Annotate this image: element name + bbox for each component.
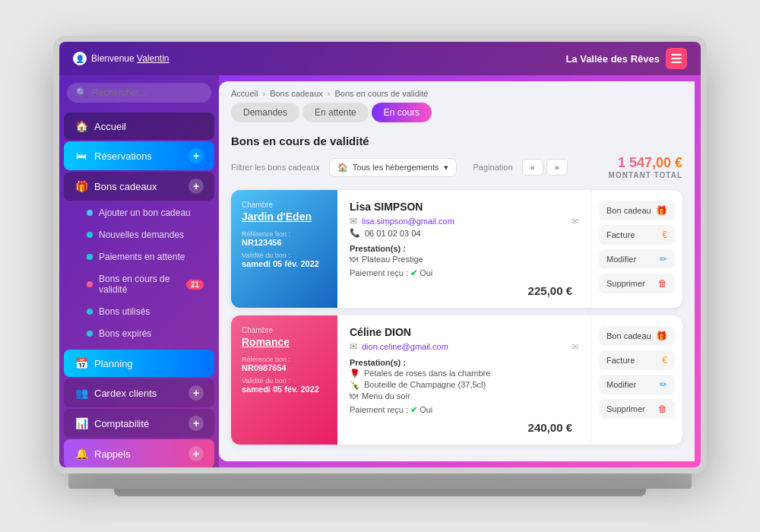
envelope-action-icon[interactable]: ✉ <box>572 217 578 226</box>
bon-cadeau-button[interactable]: Bon cadeau 🎁 <box>599 201 675 220</box>
sub-item-paiements[interactable]: Paiements en attente <box>71 246 214 268</box>
top-bar-left: 👤 Bienvenue Valentin <box>73 52 169 65</box>
rappels-add-button[interactable]: + <box>188 446 204 461</box>
sub-item-nouvelles-demandes[interactable]: Nouvelles demandes <box>71 224 214 245</box>
trash-action-icon: 🗑 <box>658 404 667 414</box>
envelope-action-icon[interactable]: ✉ <box>572 342 578 352</box>
sidebar-item-rappels[interactable]: 🔔 Rappels + <box>64 439 214 467</box>
next-page-button[interactable]: » <box>546 159 568 176</box>
users-icon: 👥 <box>74 386 88 400</box>
card-validity-value: samedi 05 fév. 2022 <box>242 259 327 268</box>
tab-demandes[interactable]: Demandes <box>231 103 299 122</box>
bell-icon: 🔔 <box>74 447 88 461</box>
action-label: Modifier <box>606 255 636 264</box>
content-title: Bons en cours de validité <box>219 128 695 150</box>
facture-button[interactable]: Facture € <box>599 225 675 245</box>
tabs-row: Demandes En attente En cours <box>219 103 695 128</box>
mail-icon: ✉ <box>350 216 357 226</box>
card-actions-panel: Bon cadeau 🎁 Facture € Modifier ✏ <box>591 190 682 308</box>
bon-cadeau-button[interactable]: Bon cadeau 🎁 <box>599 326 675 346</box>
supprimer-button[interactable]: Supprimer 🗑 <box>599 274 675 293</box>
card-prestation-row: Prestation(s) : 🌹 Pétales de roses dans … <box>350 358 578 401</box>
modifier-button[interactable]: Modifier ✏ <box>599 249 675 269</box>
bons-cadeaux-add-button[interactable]: + <box>188 179 204 194</box>
laptop-screen: 👤 Bienvenue Valentin La Vallée des Rêves <box>53 36 707 473</box>
laptop-base <box>68 473 692 489</box>
total-amount: 1 547,00 € MONTANT TOTAL <box>609 155 682 179</box>
card-ref-value: NR123456 <box>242 238 327 247</box>
modifier-button[interactable]: Modifier ✏ <box>599 375 675 394</box>
facture-button[interactable]: Facture € <box>599 350 675 370</box>
trash-action-icon: 🗑 <box>658 278 667 289</box>
sidebar-item-accueil[interactable]: 🏠 Accueil <box>64 112 214 140</box>
breadcrumb-accueil[interactable]: Accueil <box>231 89 258 98</box>
dot-icon <box>87 331 93 337</box>
check-icon: ✔ <box>410 268 417 277</box>
sidebar-item-reservations[interactable]: 🛏 Réservations + <box>64 141 214 170</box>
action-label: Modifier <box>606 380 636 389</box>
dot-icon <box>87 309 93 315</box>
sidebar-item-label: Réservations <box>94 150 182 162</box>
sidebar-item-planning[interactable]: 📅 Planning <box>64 350 214 377</box>
sub-item-bons-utilises[interactable]: Bons utilisés <box>71 301 214 322</box>
sub-item-bons-cours[interactable]: Bons en cours de validité 21 <box>71 268 214 300</box>
filter-select[interactable]: 🏠 Tous les hébergements ▾ <box>329 158 457 177</box>
prestation-icon: 🍽 <box>350 391 358 401</box>
sidebar-item-label: Accueil <box>94 121 204 132</box>
euro-action-icon: € <box>662 230 667 240</box>
laptop-wrapper: 👤 Bienvenue Valentin La Vallée des Rêves <box>53 36 707 496</box>
sub-item-ajouter[interactable]: Ajouter un bon cadeau <box>71 202 214 223</box>
edit-action-icon: ✏ <box>660 254 667 264</box>
top-bar-right: La Vallée des Rêves <box>565 48 687 69</box>
sub-item-bons-expires[interactable]: Bons expirés <box>71 323 214 344</box>
card-actions-panel: Bon cadeau 🎁 Facture € Modifier ✏ <box>591 315 682 445</box>
sub-item-label: Ajouter un bon cadeau <box>99 207 191 218</box>
chart-icon: 📊 <box>74 416 88 430</box>
filter-home-icon: 🏠 <box>337 163 348 173</box>
breadcrumb-bons[interactable]: Bons cadeaux <box>270 89 323 98</box>
prestation-text: Bouteille de Champagne (37,5cl) <box>364 380 486 389</box>
bed-icon: 🛏 <box>74 149 88 163</box>
sidebar-item-bons-cadeaux[interactable]: 🎁 Bons cadeaux + <box>64 172 214 201</box>
sidebar-item-comptabilite[interactable]: 📊 Comptabilité + <box>64 409 214 438</box>
prestation-item: 🍽 Menu du soir <box>350 391 578 401</box>
prev-page-button[interactable]: « <box>522 159 543 176</box>
username-link[interactable]: Valentin <box>137 53 169 64</box>
card-room-name[interactable]: Romance <box>242 336 327 348</box>
supprimer-button[interactable]: Supprimer 🗑 <box>599 399 675 419</box>
tab-en-attente[interactable]: En attente <box>302 103 369 122</box>
prestation-label: Prestation(s) : <box>350 358 406 367</box>
bons-cours-badge: 21 <box>186 280 204 290</box>
menu-button[interactable] <box>666 48 687 69</box>
filter-select-value: Tous les hébergements <box>353 163 439 172</box>
sidebar-item-label: Planning <box>94 358 204 369</box>
search-input[interactable] <box>92 87 202 98</box>
breadcrumb-current: Bons en cours de validité <box>335 89 429 98</box>
action-label: Facture <box>606 230 635 239</box>
card-email: dion.celine@gmail.com <box>362 342 448 351</box>
sidebar-item-cardex[interactable]: 👥 Cardex clients + <box>64 378 214 407</box>
sub-item-label: Bons utilisés <box>99 306 150 317</box>
pagination-controls: « » <box>522 159 568 176</box>
card-left-panel: Chambre Romance Référence bon : NR098765… <box>231 315 337 445</box>
gift-action-icon: 🎁 <box>656 205 667 216</box>
sidebar-item-label: Bons cadeaux <box>94 181 182 192</box>
calendar-icon: 📅 <box>74 356 88 370</box>
cardex-add-button[interactable]: + <box>188 385 204 401</box>
card-room-name[interactable]: Jardin d'Eden <box>242 211 327 223</box>
compta-add-button[interactable]: + <box>188 416 204 431</box>
breadcrumb: Accueil › Bons cadeaux › Bons en cours d… <box>219 81 695 103</box>
filter-label: Filtrer les bons cadeaux <box>231 163 320 172</box>
action-label: Supprimer <box>606 279 645 288</box>
total-value: 1 547,00 € <box>609 155 682 171</box>
card-left-panel: Chambre Jardin d'Eden Référence bon : NR… <box>231 190 337 308</box>
reservations-add-button[interactable]: + <box>188 148 204 163</box>
card-middle-panel: Céline DION ✉ dion.celine@gmail.com ✉ Pr… <box>337 315 591 445</box>
reservation-card: Chambre Jardin d'Eden Référence bon : NR… <box>231 190 682 308</box>
tab-en-cours[interactable]: En cours <box>372 103 432 122</box>
laptop-stand <box>114 489 646 496</box>
search-box[interactable]: 🔍 <box>67 83 211 103</box>
welcome-text: Bienvenue Valentin <box>91 53 169 64</box>
card-ref-label: Référence bon : <box>242 230 327 238</box>
sub-item-label: Bons en cours de validité <box>99 274 180 295</box>
